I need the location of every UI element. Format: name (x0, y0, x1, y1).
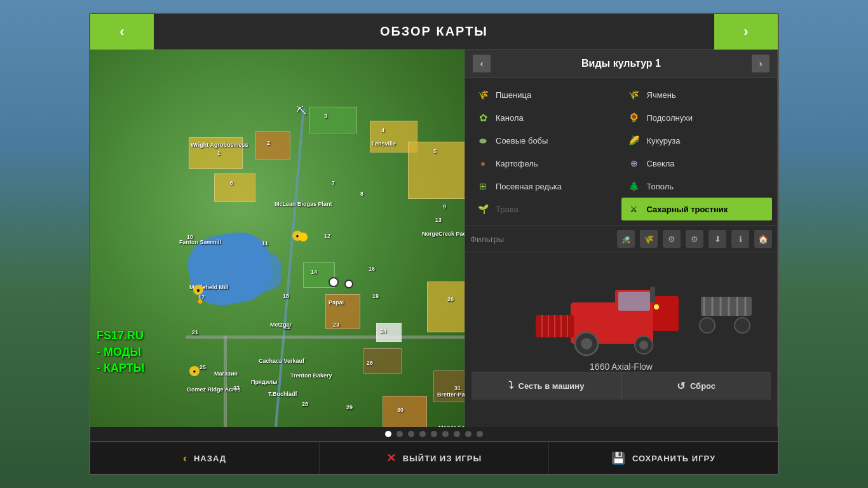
save-button[interactable]: 💾 СОХРАНИТЬ ИГРУ (549, 442, 778, 474)
label-papai: Papai (329, 299, 344, 306)
turnip-icon: ⊞ (475, 179, 491, 194)
filter-home[interactable]: 🏠 (754, 230, 772, 248)
svg-point-6 (639, 341, 648, 349)
watermark-line2: - МОДЫ (97, 344, 144, 360)
crops-next-button[interactable]: › (752, 55, 770, 72)
field-num-3: 3 (324, 113, 327, 119)
svg-point-23 (700, 318, 715, 333)
canola-icon: ✿ (475, 110, 491, 125)
harvester-svg (532, 280, 710, 356)
svg-point-24 (735, 318, 750, 333)
label-bretter: Bretter-Paletten (437, 391, 465, 398)
marker-15-a (329, 277, 339, 287)
filter-crop[interactable]: 🌾 (640, 230, 658, 248)
field-num-6: 6 (230, 180, 233, 186)
field-num-1: 1 (217, 150, 220, 156)
label-bakery: Trenton Bakery (290, 372, 332, 379)
label-tonsville: Tønsville (371, 140, 396, 147)
next-arrow-icon: › (743, 24, 748, 40)
field-num-4: 4 (381, 127, 384, 133)
next-map-button[interactable]: › (714, 14, 778, 50)
save-label: СОХРАНИТЬ ИГРУ (632, 454, 715, 463)
quit-label: ВЫЙТИ ИЗ ИГРЫ (403, 454, 482, 463)
dot-8[interactable] (465, 431, 471, 437)
filters-row: Фильтры 🚜 🌾 ⚙ ⚙ ⬇ ℹ 🏠 (465, 226, 777, 252)
field-num-16: 16 (369, 266, 375, 272)
dot-3[interactable] (408, 431, 414, 437)
sunflower-icon: 🌻 (627, 110, 642, 125)
machine-buttons: ⤵ Сесть в машину ↺ Сброс (471, 372, 771, 400)
dot-7[interactable] (454, 431, 460, 437)
dot-1[interactable] (385, 431, 391, 437)
quit-button[interactable]: ✕ ВЫЙТИ ИЗ ИГРЫ (320, 442, 549, 474)
reset-button[interactable]: ↺ Сброс (621, 372, 771, 400)
filters-label: Фильтры (470, 234, 612, 244)
crop-canola[interactable]: ✿ Канола (470, 106, 621, 129)
crop-turnip[interactable]: ⊞ Посевная редька (470, 175, 621, 198)
filter-tractor[interactable]: 🚜 (617, 230, 635, 248)
quit-icon: ✕ (386, 451, 397, 465)
watermark-line3: - КАРТЫ (97, 360, 144, 376)
save-icon: 💾 (611, 451, 626, 465)
label-fanton: Fanton Sawmill (179, 239, 221, 245)
potato-icon: ● (475, 156, 491, 171)
filter-info[interactable]: ℹ (731, 230, 749, 248)
svg-rect-13 (653, 296, 679, 331)
map-background (90, 50, 465, 427)
crop-canola-label: Канола (496, 113, 524, 123)
crop-potato[interactable]: ● Картофель (470, 152, 621, 175)
dot-5[interactable] (431, 431, 437, 437)
crop-beet-label: Свекла (647, 159, 675, 168)
field-num-20: 20 (447, 296, 454, 302)
label-cachaca: Cachaca Verkauf (259, 358, 304, 364)
field-num-21: 21 (192, 329, 198, 336)
beet-icon: ⊕ (627, 156, 642, 171)
field-num-24: 24 (380, 328, 386, 334)
field-num-8: 8 (360, 191, 363, 197)
mine-icon: ⛏ (297, 105, 307, 117)
crop-grass[interactable]: 🌱 Трава (470, 198, 621, 220)
crop-sunflower[interactable]: 🌻 Подсолнухи (621, 106, 773, 129)
crop-sugarcane[interactable]: ⚔ Сахарный тростник (621, 198, 773, 220)
field-num-26: 26 (367, 360, 373, 366)
field-num-7: 7 (332, 180, 335, 186)
svg-rect-2 (618, 292, 650, 311)
field-num-11: 11 (262, 240, 268, 247)
crop-corn[interactable]: 🌽 Кукуруза (621, 129, 773, 152)
filter-settings2[interactable]: ⚙ (686, 230, 703, 248)
field-num-2: 2 (267, 140, 270, 146)
barley-icon: 🌾 (627, 87, 642, 102)
field-num-31: 31 (454, 385, 461, 391)
dot-2[interactable] (397, 431, 403, 437)
crop-soybeans[interactable]: ⬬ Соевые бобы (470, 129, 621, 152)
label-wright: Wright Agrobusiness (191, 142, 248, 148)
label-gomez: Gomez Ridge Acres (187, 386, 241, 393)
crop-wheat[interactable]: 🌾 Пшеница (470, 83, 621, 106)
back-button[interactable]: ‹ НАЗАД (90, 442, 320, 474)
crops-prev-button[interactable]: ‹ (473, 55, 491, 72)
label-metzger: Metzger (270, 322, 292, 328)
crop-barley[interactable]: 🌾 Ячмень (621, 83, 773, 106)
dot-9[interactable] (477, 431, 483, 437)
dot-4[interactable] (419, 431, 426, 437)
crop-poplar[interactable]: 🌲 Тополь (621, 175, 773, 198)
crop-corn-label: Кукуруза (647, 136, 681, 146)
label-mclean: McLean Biogas Plant (275, 201, 332, 207)
filter-download[interactable]: ⬇ (709, 230, 726, 248)
map-road-1 (186, 336, 465, 339)
wheat-icon: 🌾 (475, 87, 491, 102)
crops-grid: 🌾 Пшеница 🌾 Ячмень ✿ Канола 🌻 Подсолнухи (465, 78, 777, 226)
dot-6[interactable] (442, 431, 449, 437)
marker-15-b (344, 280, 353, 288)
crop-beet[interactable]: ⊕ Свекла (621, 152, 773, 175)
enter-machine-button[interactable]: ⤵ Сесть в машину (471, 372, 621, 400)
svg-rect-16 (701, 297, 752, 316)
crop-wheat-label: Пшеница (496, 90, 531, 100)
marker-maple: ● (193, 285, 203, 295)
prev-map-button[interactable]: ‹ (90, 14, 154, 50)
attachment-svg (695, 284, 758, 335)
crops-next-icon: › (759, 58, 763, 69)
back-icon: ‹ (183, 452, 187, 465)
filter-settings1[interactable]: ⚙ (663, 230, 681, 248)
map-road-2 (224, 336, 227, 427)
